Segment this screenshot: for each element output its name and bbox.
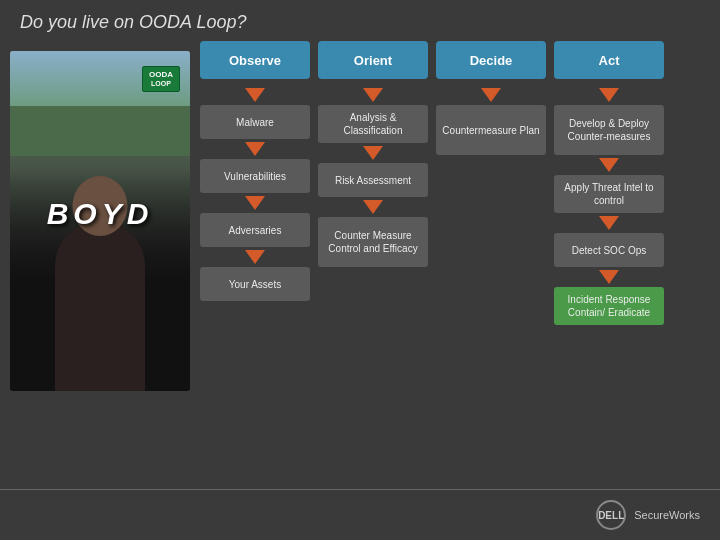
act-item-apply: Apply Threat Intel to control xyxy=(554,175,664,213)
observe-column: Malware Vulnerabilities Adversaries Your… xyxy=(200,85,310,325)
decide-header: Decide xyxy=(436,41,546,79)
ooda-sign-sub: LOOP xyxy=(151,80,171,87)
page-title: Do you live on OODA Loop? xyxy=(0,0,720,41)
observe-header: Observe xyxy=(200,41,310,79)
act-column: Develop & Deploy Counter-measures Apply … xyxy=(554,85,664,325)
orient-column: Analysis & Classification Risk Assessmen… xyxy=(318,85,428,325)
observe-item-malware: Malware xyxy=(200,105,310,139)
orient-item-counter-measure: Counter Measure Control and Efficacy xyxy=(318,217,428,267)
observe-item-assets: Your Assets xyxy=(200,267,310,301)
ooda-sign-text: OODA xyxy=(149,70,173,79)
observe-item-adversaries: Adversaries xyxy=(200,213,310,247)
footer: DELL SecureWorks xyxy=(596,500,700,530)
act-item-develop: Develop & Deploy Counter-measures xyxy=(554,105,664,155)
act-item-detect: Detect SOC Ops xyxy=(554,233,664,267)
decide-item-plan: Countermeasure Plan xyxy=(436,105,546,155)
separator xyxy=(0,489,720,490)
orient-item-risk: Risk Assessment xyxy=(318,163,428,197)
orient-header: Orient xyxy=(318,41,428,79)
observe-item-vulnerabilities: Vulnerabilities xyxy=(200,159,310,193)
boyd-text: BOYD xyxy=(10,197,190,231)
decide-column: Countermeasure Plan xyxy=(436,85,546,325)
act-header: Act xyxy=(554,41,664,79)
orient-item-analysis: Analysis & Classification xyxy=(318,105,428,143)
act-item-incident: Incident Response Contain/ Eradicate xyxy=(554,287,664,325)
brand-name: SecureWorks xyxy=(634,509,700,521)
ooda-sign: OODA LOOP xyxy=(142,66,180,92)
diagram-area: Observe Orient Decide Act Malware Vulner… xyxy=(200,41,710,491)
dell-logo: DELL xyxy=(596,500,626,530)
photo-panel: OODA LOOP BOYD xyxy=(10,51,190,391)
